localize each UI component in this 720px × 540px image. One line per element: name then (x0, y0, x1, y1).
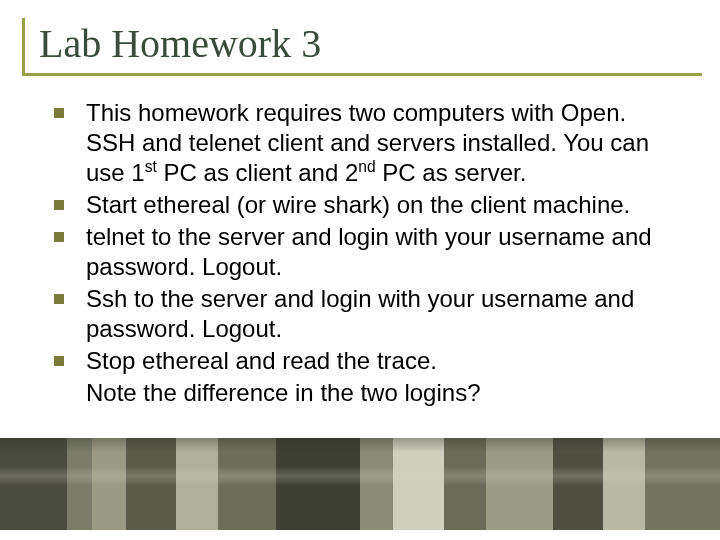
text-fragment: PC as server. (376, 159, 527, 186)
footer-image (0, 438, 720, 530)
list-item: This homework requires two computers wit… (54, 98, 674, 188)
bullet-icon (54, 232, 64, 242)
list-item: Start ethereal (or wire shark) on the cl… (54, 190, 674, 220)
bullet-icon (54, 108, 64, 118)
slide-title: Lab Homework 3 (39, 20, 702, 67)
bullet-icon (54, 200, 64, 210)
note-text: Note the difference in the two logins? (54, 378, 674, 408)
bullet-text: telnet to the server and login with your… (86, 222, 674, 282)
bullet-text: Start ethereal (or wire shark) on the cl… (86, 190, 674, 220)
text-fragment: PC as client and 2 (157, 159, 358, 186)
bullet-icon (54, 356, 64, 366)
list-item: Stop ethereal and read the trace. (54, 346, 674, 376)
bullet-text: Stop ethereal and read the trace. (86, 346, 674, 376)
bullet-icon (54, 294, 64, 304)
title-container: Lab Homework 3 (22, 18, 702, 76)
superscript: nd (358, 158, 375, 175)
superscript: st (145, 158, 157, 175)
list-item: Ssh to the server and login with your us… (54, 284, 674, 344)
bullet-text: Ssh to the server and login with your us… (86, 284, 674, 344)
bullet-text: This homework requires two computers wit… (86, 98, 674, 188)
slide: Lab Homework 3 This homework requires tw… (0, 0, 720, 540)
content-area: This homework requires two computers wit… (18, 98, 684, 408)
list-item: telnet to the server and login with your… (54, 222, 674, 282)
